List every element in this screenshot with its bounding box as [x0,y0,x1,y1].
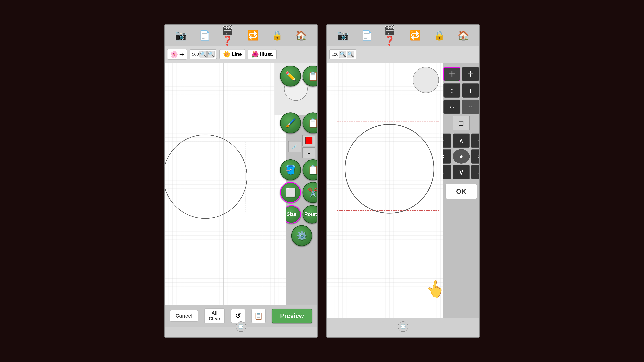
zoom-in-btn[interactable]: 🔍 [207,51,214,58]
zoom-out-btn[interactable]: 🔍 [200,51,207,58]
color-list-btn[interactable]: ≡ [302,147,315,158]
stretch-h-btn[interactable]: ↔ [444,99,460,114]
help-icon[interactable]: 🎬❓ [222,28,236,42]
camera-icon-right[interactable]: 📷 [336,28,350,42]
zoom-controls: 100 🔍 🔍 [190,49,217,59]
scissors-btn[interactable]: ✂️ [302,182,318,203]
preview-btn[interactable]: Preview [272,309,312,323]
zoom-percent-right: 100 [332,52,338,56]
flower-back-btn[interactable]: 🌸 ➡ [167,49,187,60]
lock-icon-right[interactable]: 🔒 [432,28,446,42]
dropper2-btn[interactable]: 💉 [288,141,301,152]
top-toolbar-left: 📷 📄 🎬❓ 🔁 🔒 🏠 [164,25,317,46]
top-toolbar-right: 📷 📄 🎬❓ 🔁 🔒 🏠 [327,25,480,46]
nav-bottom-right[interactable]: L [471,165,480,179]
select-tool-btn[interactable]: ⬜ [280,182,301,203]
fill2-tool-btn[interactable]: 🪣 [280,159,301,180]
nav-center[interactable]: ● [453,149,470,164]
line-btn[interactable]: 🌼 Line [219,49,245,59]
grid-canvas-right[interactable] [327,63,443,318]
color-swatch-btn[interactable] [302,135,315,146]
help-icon-right[interactable]: 🎬❓ [384,28,398,42]
document-icon[interactable]: 📄 [198,28,212,42]
sync-icon-right[interactable]: 🔁 [408,28,422,42]
main-area-right: ✛ ✛ ↕ ↓ ↔ ↔ □ ⌐ [327,63,480,318]
stretch-h2-btn[interactable]: ↔ [462,99,479,114]
zoom-out-btn-right[interactable]: 🔍 [339,51,346,58]
arrow-down-btn[interactable]: ↓ [462,83,479,98]
stretch-v-btn[interactable]: ↕ [444,83,460,98]
sub-toolbar-left: 🌸 ➡ 100 🔍 🔍 🌼 Line 🌺 Illust. [164,46,317,63]
svg-rect-5 [327,63,443,318]
rotate-btn[interactable]: Rotate [302,205,318,224]
illust-btn[interactable]: 🌺 Illust. [248,49,277,59]
lock-icon[interactable]: 🔒 [270,28,284,42]
zoom-percent: 100 [192,52,199,56]
nav-bottom[interactable]: ∨ [453,165,470,179]
right-screen: 📷 📄 🎬❓ 🔁 🔒 🏠 100 🔍 🔍 [326,24,480,338]
copy-paste-btn[interactable]: 📋 [302,159,318,180]
home-icon[interactable]: 🏠 [294,28,308,42]
sync-icon[interactable]: 🔁 [246,28,260,42]
zoom-in-btn-right[interactable]: 🔍 [347,51,354,58]
fill-stamp-btn[interactable]: 📋 [302,112,318,133]
position-panel: ✛ ✛ ↕ ↓ ↔ ↔ □ ⌐ [443,63,480,318]
svg-rect-1 [164,63,286,305]
all-clear-btn[interactable]: All Clear [204,308,225,323]
zoom-controls-right: 100 🔍 🔍 [329,49,356,59]
home-icon-right[interactable]: 🏠 [456,28,471,42]
clock-indicator-right: 🕐 [398,321,408,332]
grid-canvas-left[interactable] [164,63,286,305]
document-icon-right[interactable]: 📄 [360,28,374,42]
fill-tool-btn[interactable]: 🖌️ [280,112,301,133]
settings-tool-btn[interactable]: ⚙️ [291,225,312,246]
copy-btn[interactable]: 📋 [252,309,266,323]
ok-btn[interactable]: OK [445,184,477,199]
nav-right[interactable]: > [471,149,480,164]
undo-btn[interactable]: ↺ [231,309,245,323]
move-all-btn[interactable]: ✛ [444,67,460,81]
camera-icon[interactable]: 📷 [173,28,188,42]
nav-top-right[interactable]: ⌐ [471,133,480,148]
move-all-right-btn[interactable]: ✛ [462,67,479,81]
nav-top[interactable]: ∧ [453,133,470,148]
left-screen: 📷 📄 🎬❓ 🔁 🔒 🏠 🌸 ➡ 100 🔍 🔍 🌼 Line [164,24,318,338]
pencil-tool-btn[interactable]: ✏️ [280,66,301,86]
cancel-btn[interactable]: Cancel [170,310,198,322]
sub-toolbar-right: 100 🔍 🔍 [327,46,480,63]
clock-indicator-left: 🕐 [236,321,246,332]
aspect-btn[interactable]: □ [453,116,470,130]
main-area-left: ✏️ 📋 💉 🖌️ [164,63,317,305]
